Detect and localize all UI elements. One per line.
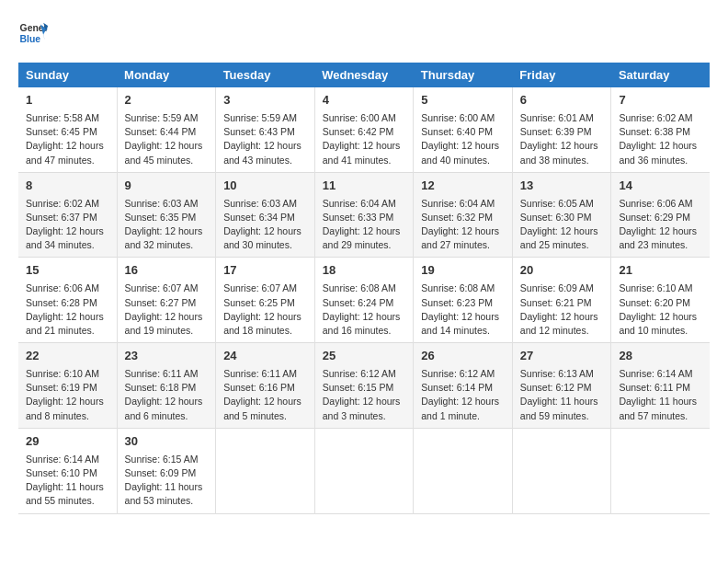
day-info: and 23 minutes.	[619, 238, 702, 252]
day-info: Sunrise: 6:07 AM	[223, 282, 307, 295]
day-info: Daylight: 12 hours	[520, 224, 604, 238]
day-info: Daylight: 12 hours	[223, 139, 307, 153]
calendar-cell: 30Sunrise: 6:15 AMSunset: 6:09 PMDayligh…	[117, 428, 216, 513]
day-info: Daylight: 12 hours	[421, 310, 505, 324]
day-info: Sunrise: 6:11 AM	[125, 367, 209, 381]
day-info: Sunrise: 6:06 AM	[619, 197, 702, 211]
day-info: Daylight: 12 hours	[26, 224, 109, 238]
day-info: Daylight: 12 hours	[223, 395, 307, 408]
day-info: Sunrise: 5:59 AM	[223, 111, 307, 125]
day-info: Sunrise: 6:12 AM	[323, 367, 406, 381]
day-info: Sunset: 6:42 PM	[323, 125, 406, 139]
calendar-cell: 2Sunrise: 5:59 AMSunset: 6:44 PMDaylight…	[117, 87, 216, 172]
day-info: Sunset: 6:21 PM	[520, 296, 604, 310]
day-info: Sunset: 6:12 PM	[520, 381, 604, 395]
calendar-cell: 20Sunrise: 6:09 AMSunset: 6:21 PMDayligh…	[512, 258, 611, 343]
logo-icon: General Blue	[18, 18, 48, 48]
day-info: Daylight: 12 hours	[323, 224, 406, 238]
day-number: 4	[323, 92, 406, 109]
day-info: Sunset: 6:19 PM	[26, 381, 109, 395]
day-info: Daylight: 12 hours	[125, 224, 209, 238]
day-info: Sunrise: 6:02 AM	[619, 111, 702, 125]
day-info: and 30 minutes.	[223, 238, 307, 252]
calendar-cell: 22Sunrise: 6:10 AMSunset: 6:19 PMDayligh…	[18, 343, 117, 429]
day-info: and 47 minutes.	[26, 154, 109, 167]
day-info: and 18 minutes.	[223, 324, 307, 338]
day-info: Daylight: 11 hours	[619, 395, 702, 408]
day-info: and 43 minutes.	[223, 154, 307, 167]
day-info: Sunrise: 6:10 AM	[619, 282, 702, 295]
day-info: Sunset: 6:33 PM	[323, 211, 406, 224]
day-info: Sunrise: 6:01 AM	[520, 111, 604, 125]
calendar-cell: 17Sunrise: 6:07 AMSunset: 6:25 PMDayligh…	[216, 258, 315, 343]
day-info: Daylight: 12 hours	[421, 395, 505, 408]
day-info: and 36 minutes.	[619, 154, 702, 167]
day-info: Daylight: 12 hours	[223, 310, 307, 324]
svg-text:Blue: Blue	[20, 34, 41, 44]
header-monday: Monday	[117, 63, 216, 87]
day-number: 29	[26, 433, 109, 451]
day-info: Daylight: 12 hours	[323, 395, 406, 408]
day-info: Sunset: 6:45 PM	[26, 125, 109, 139]
day-info: Sunrise: 6:04 AM	[323, 197, 406, 211]
day-number: 20	[520, 262, 604, 280]
day-info: and 10 minutes.	[619, 324, 702, 338]
day-info: and 38 minutes.	[520, 154, 604, 167]
day-info: Daylight: 11 hours	[520, 395, 604, 408]
day-info: and 32 minutes.	[125, 238, 209, 252]
day-info: Sunrise: 6:08 AM	[323, 282, 406, 295]
day-number: 12	[421, 178, 505, 195]
calendar-cell	[314, 428, 414, 513]
day-info: Sunset: 6:20 PM	[619, 296, 702, 310]
calendar-cell: 24Sunrise: 6:11 AMSunset: 6:16 PMDayligh…	[216, 343, 315, 429]
calendar-week-3: 15Sunrise: 6:06 AMSunset: 6:28 PMDayligh…	[18, 258, 710, 343]
calendar-cell	[611, 428, 710, 513]
calendar-body: 1Sunrise: 5:58 AMSunset: 6:45 PMDaylight…	[18, 87, 710, 513]
calendar-cell: 10Sunrise: 6:03 AMSunset: 6:34 PMDayligh…	[216, 172, 315, 258]
day-info: and 16 minutes.	[323, 324, 406, 338]
day-info: and 29 minutes.	[323, 238, 406, 252]
day-info: Sunrise: 6:06 AM	[26, 282, 109, 295]
day-info: Sunset: 6:39 PM	[520, 125, 604, 139]
day-number: 8	[26, 178, 109, 195]
day-info: Sunset: 6:23 PM	[421, 296, 505, 310]
day-info: Sunset: 6:28 PM	[26, 296, 109, 310]
day-number: 10	[223, 178, 307, 195]
calendar-cell: 29Sunrise: 6:14 AMSunset: 6:10 PMDayligh…	[18, 428, 117, 513]
day-info: Daylight: 12 hours	[125, 139, 209, 153]
day-info: Daylight: 11 hours	[125, 480, 209, 494]
day-info: and 6 minutes.	[125, 409, 209, 423]
day-number: 22	[26, 348, 109, 365]
day-info: Sunrise: 6:11 AM	[223, 367, 307, 381]
day-info: Sunset: 6:25 PM	[223, 296, 307, 310]
day-info: and 21 minutes.	[26, 324, 109, 338]
day-info: Sunset: 6:34 PM	[223, 211, 307, 224]
day-info: and 3 minutes.	[323, 409, 406, 423]
calendar-cell: 8Sunrise: 6:02 AMSunset: 6:37 PMDaylight…	[18, 172, 117, 258]
calendar-cell: 18Sunrise: 6:08 AMSunset: 6:24 PMDayligh…	[314, 258, 414, 343]
calendar-cell: 25Sunrise: 6:12 AMSunset: 6:15 PMDayligh…	[314, 343, 414, 429]
day-info: and 12 minutes.	[520, 324, 604, 338]
day-number: 30	[125, 433, 209, 451]
day-info: Daylight: 12 hours	[125, 310, 209, 324]
day-info: Sunset: 6:35 PM	[125, 211, 209, 224]
day-info: and 57 minutes.	[619, 409, 702, 423]
header-wednesday: Wednesday	[314, 63, 414, 87]
calendar-cell: 4Sunrise: 6:00 AMSunset: 6:42 PMDaylight…	[314, 87, 414, 172]
day-number: 13	[520, 178, 604, 195]
day-info: Sunrise: 6:14 AM	[26, 453, 109, 466]
calendar-cell	[512, 428, 611, 513]
day-info: Daylight: 12 hours	[520, 139, 604, 153]
day-info: Daylight: 12 hours	[421, 224, 505, 238]
day-number: 16	[125, 262, 209, 280]
day-info: Sunset: 6:30 PM	[520, 211, 604, 224]
day-number: 17	[223, 262, 307, 280]
day-info: Sunset: 6:29 PM	[619, 211, 702, 224]
header-row: SundayMondayTuesdayWednesdayThursdayFrid…	[18, 63, 710, 87]
day-info: and 25 minutes.	[520, 238, 604, 252]
day-info: and 14 minutes.	[421, 324, 505, 338]
day-number: 6	[520, 92, 604, 109]
day-info: and 1 minute.	[421, 409, 505, 423]
day-info: Daylight: 12 hours	[323, 310, 406, 324]
calendar-cell: 26Sunrise: 6:12 AMSunset: 6:14 PMDayligh…	[414, 343, 513, 429]
